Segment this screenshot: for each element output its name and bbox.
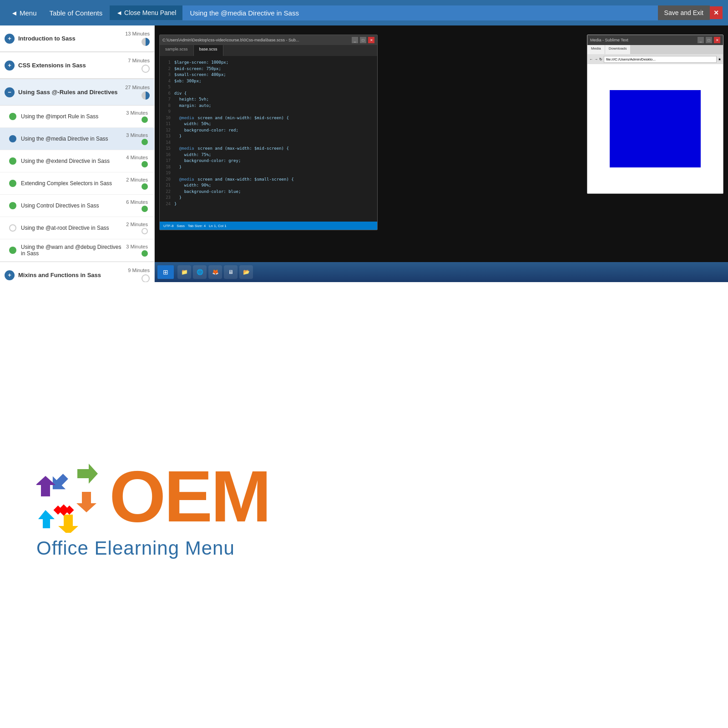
company-name-text: OEM xyxy=(109,460,269,533)
lesson-status-icon xyxy=(9,202,16,209)
collapse-icon: − xyxy=(5,87,15,97)
code-line: 23 } xyxy=(163,195,374,201)
main-layout: + Introduction to Sass 13 Minutes + CSS … xyxy=(0,25,728,282)
logo-section: OEM Office Elearning Menu xyxy=(0,291,728,728)
section-intro: + Introduction to Sass 13 Minutes xyxy=(0,25,154,52)
tab-sample[interactable]: sample.scss xyxy=(160,45,194,56)
lesson-progress-dot xyxy=(142,161,148,167)
minimize-browser[interactable]: _ xyxy=(698,37,704,43)
lesson-duration: 6 Minutes xyxy=(126,199,148,212)
code-line: 20 @media screen and (max-width: $small-… xyxy=(163,177,374,183)
sidebar-item-rules[interactable]: − Using Sass @-Rules and Directives 27 M… xyxy=(0,79,154,106)
oem-logo-container: OEM Office Elearning Menu xyxy=(36,460,269,559)
taskbar-firefox[interactable]: 🦊 xyxy=(208,265,222,279)
sidebar-item-intro[interactable]: + Introduction to Sass 13 Minutes xyxy=(0,25,154,52)
save-exit-button[interactable]: Save and Exit xyxy=(658,5,710,20)
progress-indicator xyxy=(142,274,150,282)
lesson-progress-dot xyxy=(142,116,148,123)
sidebar-item-css-ext[interactable]: + CSS Extensions in Sass 7 Minutes xyxy=(0,52,154,79)
svg-marker-2 xyxy=(76,492,96,512)
top-navigation: ◄ Menu Table of Contents ◄ Close Menu Pa… xyxy=(0,0,728,25)
taskbar-folder[interactable]: 📂 xyxy=(239,265,253,279)
subitem-warn[interactable]: Using the @warn and @debug Directives in… xyxy=(0,239,154,262)
code-editor-window: C:\Users\Admin\Desktop\css-video\course.… xyxy=(159,35,378,230)
menu-button[interactable]: ◄ Menu xyxy=(5,5,42,20)
code-line: 21 width: 90%; xyxy=(163,182,374,189)
subitem-complex[interactable]: Extending Complex Selectors in Sass 2 Mi… xyxy=(0,172,154,195)
section-mixins: + Mixins and Functions in Sass 9 Minutes xyxy=(0,262,154,282)
expand-icon: + xyxy=(5,61,15,71)
sidebar-item-mixins[interactable]: + Mixins and Functions in Sass 9 Minutes xyxy=(0,262,154,282)
lesson-label: Using the @at-root Directive in Sass xyxy=(21,225,126,231)
lesson-progress-dot xyxy=(142,139,148,145)
expand-icon: + xyxy=(5,270,15,280)
section-title: CSS Extensions in Sass xyxy=(18,62,128,69)
close-window-button[interactable]: ✕ xyxy=(710,6,723,19)
lesson-duration: 3 Minutes xyxy=(126,244,148,257)
close-browser[interactable]: ✕ xyxy=(714,37,720,43)
taskbar: ⊞ 📁 🌐 🦊 🖥 📂 xyxy=(155,262,728,282)
subitem-media[interactable]: Using the @media Directive in Sass 3 Min… xyxy=(0,128,154,150)
section-meta: 7 Minutes xyxy=(128,58,150,73)
code-line: 8 margin: auto; xyxy=(163,103,374,109)
editor-statusbar: UTF-8 Sass Tab Size: 4 Ln 1, Col 1 xyxy=(160,222,377,230)
minimize-button[interactable]: _ xyxy=(352,37,358,43)
browser-window: Media - Sublime Text _ □ ✕ Media Downloa… xyxy=(587,35,723,194)
current-lesson-icon xyxy=(9,135,16,142)
code-line: 22 background-color: blue; xyxy=(163,189,374,195)
subitem-extend[interactable]: Using the @extend Directive in Sass 4 Mi… xyxy=(0,150,154,172)
section-meta: 27 Minutes xyxy=(125,85,150,100)
arrows-icon xyxy=(36,460,109,533)
section-meta: 9 Minutes xyxy=(128,268,150,282)
browser-tab-downloads[interactable]: Downloads xyxy=(605,45,631,54)
editor-titlebar: C:\Users\Admin\Desktop\css-video\course.… xyxy=(160,35,377,45)
logo-top-row: OEM xyxy=(36,460,269,533)
code-line: 9 xyxy=(163,109,374,115)
section-title: Introduction to Sass xyxy=(18,35,125,42)
sidebar: + Introduction to Sass 13 Minutes + CSS … xyxy=(0,25,155,282)
code-line: 15 @media screen and (max-width: $mid-sc… xyxy=(163,146,374,152)
maximize-browser[interactable]: □ xyxy=(706,37,712,43)
taskbar-monitor[interactable]: 🖥 xyxy=(224,265,238,279)
code-line: 17 background-color: grey; xyxy=(163,158,374,164)
lesson-label: Using Control Directives in Sass xyxy=(21,202,126,209)
lesson-duration: 3 Minutes xyxy=(126,110,148,123)
editor-title: C:\Users\Admin\Desktop\css-video\course.… xyxy=(162,38,299,42)
subitem-at-root[interactable]: Using the @at-root Directive in Sass 2 M… xyxy=(0,217,154,239)
maximize-button[interactable]: □ xyxy=(360,37,366,43)
svg-marker-1 xyxy=(77,464,98,484)
lesson-label: Extending Complex Selectors in Sass xyxy=(21,180,126,187)
browser-addressbar: ← → ↻ file:///C:/Users/Admin/Deskto... ★ xyxy=(587,54,723,64)
code-line: 6div { xyxy=(163,91,374,97)
toc-button[interactable]: Table of Contents xyxy=(42,5,110,20)
editor-tabs: sample.scss base.scss xyxy=(160,45,377,56)
svg-marker-5 xyxy=(38,510,55,528)
subitem-control[interactable]: Using Control Directives in Sass 6 Minut… xyxy=(0,195,154,217)
code-line: 19 xyxy=(163,170,374,177)
taskbar-browser[interactable]: 🌐 xyxy=(193,265,207,279)
tab-base[interactable]: base.scss xyxy=(194,45,223,56)
code-line: 10 @media screen and (min-width: $mid-sc… xyxy=(163,115,374,121)
browser-content xyxy=(587,64,723,193)
section-rules: − Using Sass @-Rules and Directives 27 M… xyxy=(0,79,154,262)
code-line: 4$xb: 300px; xyxy=(163,78,374,85)
lesson-duration: 4 Minutes xyxy=(126,155,148,167)
code-content: 1$large-screen: 1000px; 2$mid-screen: 75… xyxy=(160,56,377,220)
close-panel-button[interactable]: ◄ Close Menu Panel xyxy=(110,5,182,20)
taskbar-file-explorer[interactable]: 📁 xyxy=(177,265,191,279)
code-line: 16 width: 75%; xyxy=(163,152,374,158)
code-line: 18 } xyxy=(163,164,374,171)
progress-indicator xyxy=(142,38,150,46)
close-editor-button[interactable]: ✕ xyxy=(368,37,374,43)
svg-marker-3 xyxy=(58,515,78,533)
start-button[interactable]: ⊞ xyxy=(157,265,174,279)
section-title: Using Sass @-Rules and Directives xyxy=(18,89,125,96)
lesson-title: Using the @media Directive in Sass xyxy=(182,5,657,20)
lesson-progress-dot xyxy=(142,250,148,257)
browser-tab-media[interactable]: Media xyxy=(587,45,605,54)
window-controls: _ □ ✕ xyxy=(352,37,374,43)
browser-tabs: Media Downloads xyxy=(587,45,723,54)
lesson-label: Using the @import Rule in Sass xyxy=(21,113,126,120)
subitem-import[interactable]: Using the @import Rule in Sass 3 Minutes xyxy=(0,106,154,128)
code-line: 1$large-screen: 1000px; xyxy=(163,60,374,66)
